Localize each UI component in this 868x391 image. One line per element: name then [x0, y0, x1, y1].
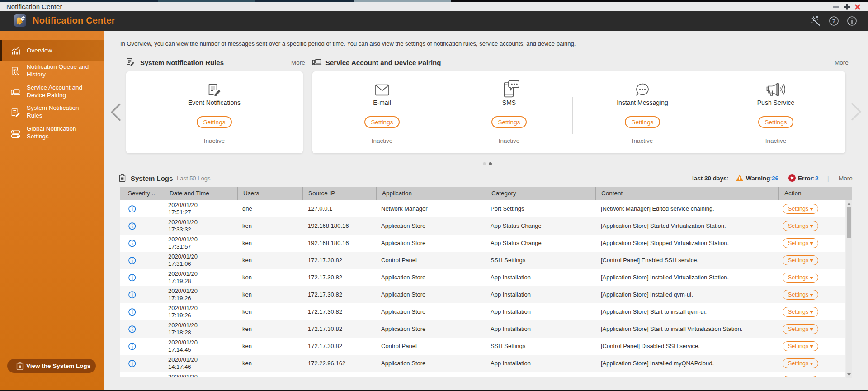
- svg-text:?: ?: [832, 18, 836, 24]
